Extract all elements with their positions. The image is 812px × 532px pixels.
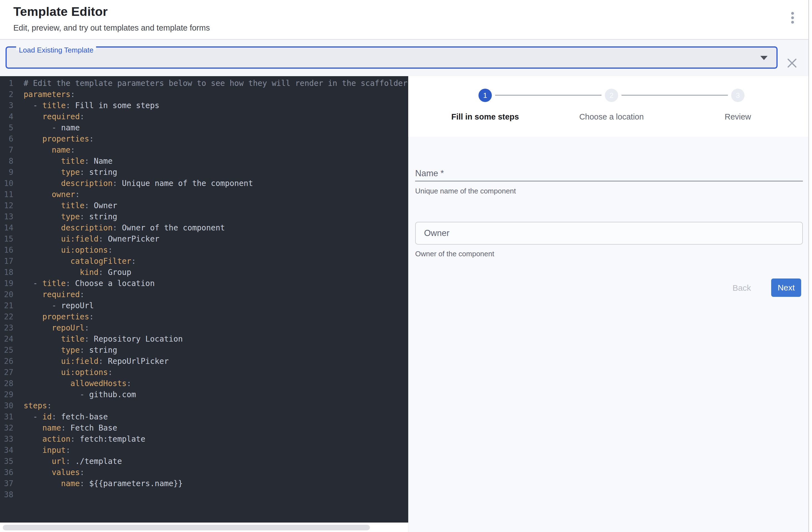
- code-text: properties:: [24, 311, 94, 322]
- line-number: 34: [0, 445, 13, 456]
- code-line: 25 type: string: [0, 345, 408, 356]
- code-line: 38: [0, 489, 408, 500]
- kebab-menu-icon[interactable]: [784, 9, 801, 27]
- code-text: values:: [24, 467, 84, 478]
- code-line: 28 allowedHosts:: [0, 378, 408, 389]
- editor-hscrollbar-track[interactable]: [0, 522, 408, 532]
- line-number: 15: [0, 234, 13, 244]
- code-text: type: string: [24, 167, 117, 178]
- code-text: ui:field: OwnerPicker: [24, 234, 159, 244]
- line-number: 38: [0, 489, 13, 500]
- line-number: 4: [0, 111, 13, 122]
- code-line: 16 ui:options:: [0, 244, 408, 256]
- code-text: name: ${{parameters.name}}: [24, 478, 183, 489]
- code-line: 14 description: Owner of the component: [0, 222, 408, 234]
- step-icon-1[interactable]: 1: [478, 89, 492, 102]
- code-line: 11 owner:: [0, 189, 408, 200]
- name-field-helper: Unique name of the component: [415, 187, 516, 195]
- line-number: 18: [0, 267, 13, 278]
- step-label-3: Review: [682, 112, 793, 122]
- code-line: 32 name: Fetch Base: [0, 422, 408, 434]
- code-line: 3 - title: Fill in some steps: [0, 100, 408, 111]
- line-number: 17: [0, 256, 13, 267]
- line-number: 3: [0, 100, 13, 111]
- page-subtitle: Edit, preview, and try out templates and…: [13, 23, 210, 32]
- line-number: 14: [0, 222, 13, 234]
- code-text: ui:options:: [24, 244, 113, 256]
- code-text: title: Repository Location: [24, 334, 183, 345]
- clear-template-button[interactable]: [786, 57, 798, 69]
- code-text: input:: [24, 445, 71, 456]
- code-text: properties:: [24, 134, 94, 144]
- line-number: 10: [0, 178, 13, 189]
- next-button[interactable]: Next: [771, 279, 801, 297]
- editor-hscrollbar-thumb[interactable]: [3, 525, 370, 530]
- line-number: 31: [0, 411, 13, 422]
- code-text: allowedHosts:: [24, 378, 131, 389]
- line-number: 8: [0, 156, 13, 167]
- load-template-select[interactable]: Load Existing Template: [5, 46, 778, 69]
- form-preview-pane: 1 2 3 Fill in some steps Choose a locati…: [408, 76, 809, 532]
- line-number: 19: [0, 278, 13, 289]
- load-template-bar: Load Existing Template: [0, 40, 809, 76]
- line-number: 7: [0, 144, 13, 156]
- step-icon-3[interactable]: 3: [731, 89, 744, 102]
- line-number: 12: [0, 200, 13, 211]
- code-text: - title: Fill in some steps: [24, 100, 159, 111]
- code-line: 2parameters:: [0, 89, 408, 100]
- code-text: title: Owner: [24, 200, 117, 211]
- step-icon-2[interactable]: 2: [605, 89, 618, 102]
- line-number: 13: [0, 211, 13, 222]
- window-vscrollbar-track[interactable]: [808, 0, 812, 532]
- line-number: 6: [0, 134, 13, 144]
- code-line: 21 - repoUrl: [0, 300, 408, 311]
- code-line: 31 - id: fetch-base: [0, 411, 408, 422]
- line-number: 37: [0, 478, 13, 489]
- code-text: - repoUrl: [24, 300, 94, 311]
- owner-field-helper: Owner of the component: [415, 250, 494, 258]
- code-line: 7 name:: [0, 144, 408, 156]
- back-button[interactable]: Back: [726, 280, 757, 296]
- owner-input[interactable]: Owner: [415, 222, 803, 244]
- code-text: - id: fetch-base: [24, 411, 108, 422]
- code-line: 37 name: ${{parameters.name}}: [0, 478, 408, 489]
- close-icon: [786, 57, 798, 69]
- code-text: ui:options:: [24, 367, 113, 378]
- code-text: - title: Choose a location: [24, 278, 155, 289]
- line-number: 16: [0, 244, 13, 256]
- code-line: 27 ui:options:: [0, 367, 408, 378]
- code-text: kind: Group: [24, 267, 131, 278]
- line-number: 22: [0, 311, 13, 322]
- code-text: title: Name: [24, 156, 113, 167]
- code-line: 20 required:: [0, 289, 408, 300]
- code-line: 4 required:: [0, 111, 408, 122]
- code-text: catalogFilter:: [24, 256, 136, 267]
- load-template-label: Load Existing Template: [16, 45, 96, 55]
- code-text: ui:field: RepoUrlPicker: [24, 356, 169, 367]
- code-text: required:: [24, 111, 84, 122]
- line-number: 29: [0, 389, 13, 400]
- code-text: required:: [24, 289, 84, 300]
- page-header: Template Editor Edit, preview, and try o…: [0, 0, 812, 40]
- step-connector: [495, 95, 601, 96]
- code-lines: 1# Edit the template parameters below to…: [0, 78, 408, 500]
- code-line: 10 description: Unique name of the compo…: [0, 178, 408, 189]
- code-text: name: Fetch Base: [24, 422, 117, 434]
- page-title: Template Editor: [13, 4, 108, 19]
- code-line: 23 repoUrl:: [0, 322, 408, 334]
- code-editor[interactable]: 1# Edit the template parameters below to…: [0, 76, 408, 522]
- code-text: url: ./template: [24, 456, 122, 467]
- code-text: - name: [24, 122, 80, 134]
- line-number: 1: [0, 78, 13, 89]
- step-label-1: Fill in some steps: [430, 112, 541, 122]
- line-number: 9: [0, 167, 13, 178]
- code-text: type: string: [24, 345, 117, 356]
- code-line: 30steps:: [0, 400, 408, 411]
- code-line: 18 kind: Group: [0, 267, 408, 278]
- step-connector: [622, 95, 728, 96]
- line-number: 36: [0, 467, 13, 478]
- code-line: 12 title: Owner: [0, 200, 408, 211]
- code-text: - github.com: [24, 389, 136, 400]
- line-number: 24: [0, 334, 13, 345]
- code-text: action: fetch:template: [24, 434, 145, 445]
